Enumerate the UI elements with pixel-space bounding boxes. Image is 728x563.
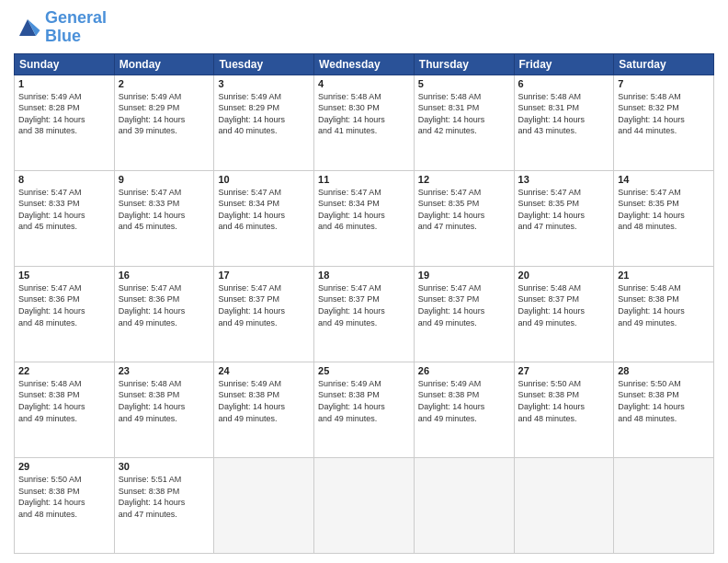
day-number: 14 [618,174,710,185]
day-info: Sunrise: 5:48 AM Sunset: 8:31 PM Dayligh… [418,91,510,137]
day-number: 15 [18,270,110,281]
day-info: Sunrise: 5:47 AM Sunset: 8:35 PM Dayligh… [618,187,710,233]
weekday-header: Tuesday [214,53,314,75]
calendar-cell: 9Sunrise: 5:47 AM Sunset: 8:33 PM Daylig… [114,170,214,266]
day-number: 5 [418,78,510,89]
day-number: 22 [18,365,110,376]
calendar-cell: 25Sunrise: 5:49 AM Sunset: 8:38 PM Dayli… [314,362,415,457]
day-info: Sunrise: 5:48 AM Sunset: 8:38 PM Dayligh… [119,378,210,424]
day-number: 1 [18,78,110,89]
calendar-cell: 19Sunrise: 5:47 AM Sunset: 8:37 PM Dayli… [414,266,514,362]
calendar-cell: 22Sunrise: 5:48 AM Sunset: 8:38 PM Dayli… [15,362,115,457]
calendar-table: SundayMondayTuesdayWednesdayThursdayFrid… [14,53,714,554]
day-number: 12 [418,174,510,185]
day-number: 11 [318,174,410,185]
day-number: 10 [218,174,310,185]
weekday-header: Wednesday [314,53,415,75]
day-number: 24 [218,365,310,376]
calendar-cell: 14Sunrise: 5:47 AM Sunset: 8:35 PM Dayli… [614,170,714,266]
weekday-header: Monday [114,53,214,75]
calendar-cell: 29Sunrise: 5:50 AM Sunset: 8:38 PM Dayli… [15,457,115,553]
calendar-cell [414,457,514,553]
weekday-header: Friday [514,53,614,75]
day-info: Sunrise: 5:48 AM Sunset: 8:38 PM Dayligh… [18,378,110,424]
calendar-cell: 10Sunrise: 5:47 AM Sunset: 8:34 PM Dayli… [214,170,314,266]
day-number: 8 [18,174,110,185]
day-number: 25 [318,365,410,376]
day-info: Sunrise: 5:50 AM Sunset: 8:38 PM Dayligh… [618,378,710,424]
day-info: Sunrise: 5:48 AM Sunset: 8:31 PM Dayligh… [518,91,610,137]
calendar-cell: 28Sunrise: 5:50 AM Sunset: 8:38 PM Dayli… [614,362,714,457]
day-info: Sunrise: 5:47 AM Sunset: 8:36 PM Dayligh… [119,282,210,328]
day-info: Sunrise: 5:50 AM Sunset: 8:38 PM Dayligh… [18,474,110,520]
day-info: Sunrise: 5:50 AM Sunset: 8:38 PM Dayligh… [518,378,610,424]
calendar-cell: 16Sunrise: 5:47 AM Sunset: 8:36 PM Dayli… [114,266,214,362]
calendar-cell: 12Sunrise: 5:47 AM Sunset: 8:35 PM Dayli… [414,170,514,266]
calendar-cell: 1Sunrise: 5:49 AM Sunset: 8:28 PM Daylig… [15,75,115,170]
day-number: 21 [618,270,710,281]
day-info: Sunrise: 5:48 AM Sunset: 8:38 PM Dayligh… [618,282,710,328]
day-info: Sunrise: 5:49 AM Sunset: 8:38 PM Dayligh… [418,378,510,424]
calendar-cell [614,457,714,553]
day-number: 23 [119,365,210,376]
calendar-cell: 18Sunrise: 5:47 AM Sunset: 8:37 PM Dayli… [314,266,415,362]
day-info: Sunrise: 5:48 AM Sunset: 8:32 PM Dayligh… [618,91,710,137]
logo-text: General Blue [45,9,107,46]
day-number: 16 [119,270,210,281]
calendar-cell: 20Sunrise: 5:48 AM Sunset: 8:37 PM Dayli… [514,266,614,362]
header: General Blue [14,9,714,46]
day-info: Sunrise: 5:48 AM Sunset: 8:37 PM Dayligh… [518,282,610,328]
day-info: Sunrise: 5:47 AM Sunset: 8:37 PM Dayligh… [218,282,310,328]
day-info: Sunrise: 5:47 AM Sunset: 8:36 PM Dayligh… [18,282,110,328]
day-number: 18 [318,270,410,281]
calendar-cell: 13Sunrise: 5:47 AM Sunset: 8:35 PM Dayli… [514,170,614,266]
day-number: 7 [618,78,710,89]
day-info: Sunrise: 5:47 AM Sunset: 8:35 PM Dayligh… [418,187,510,233]
calendar-cell [314,457,415,553]
day-info: Sunrise: 5:47 AM Sunset: 8:37 PM Dayligh… [418,282,510,328]
logo-icon [14,14,41,41]
calendar-cell [514,457,614,553]
day-number: 29 [18,461,110,472]
calendar-cell: 7Sunrise: 5:48 AM Sunset: 8:32 PM Daylig… [614,75,714,170]
day-number: 19 [418,270,510,281]
calendar-cell: 30Sunrise: 5:51 AM Sunset: 8:38 PM Dayli… [114,457,214,553]
calendar-cell: 15Sunrise: 5:47 AM Sunset: 8:36 PM Dayli… [15,266,115,362]
day-number: 9 [119,174,210,185]
calendar-cell: 27Sunrise: 5:50 AM Sunset: 8:38 PM Dayli… [514,362,614,457]
day-info: Sunrise: 5:49 AM Sunset: 8:29 PM Dayligh… [218,91,310,137]
day-info: Sunrise: 5:47 AM Sunset: 8:34 PM Dayligh… [218,187,310,233]
calendar-cell: 2Sunrise: 5:49 AM Sunset: 8:29 PM Daylig… [114,75,214,170]
day-info: Sunrise: 5:49 AM Sunset: 8:38 PM Dayligh… [318,378,410,424]
day-info: Sunrise: 5:49 AM Sunset: 8:29 PM Dayligh… [119,91,210,137]
calendar-cell: 4Sunrise: 5:48 AM Sunset: 8:30 PM Daylig… [314,75,415,170]
day-number: 30 [119,461,210,472]
calendar-cell: 24Sunrise: 5:49 AM Sunset: 8:38 PM Dayli… [214,362,314,457]
calendar-cell: 17Sunrise: 5:47 AM Sunset: 8:37 PM Dayli… [214,266,314,362]
day-number: 20 [518,270,610,281]
page: General Blue SundayMondayTuesdayWednesda… [0,0,728,563]
weekday-header: Sunday [15,53,115,75]
calendar-cell: 23Sunrise: 5:48 AM Sunset: 8:38 PM Dayli… [114,362,214,457]
day-info: Sunrise: 5:49 AM Sunset: 8:38 PM Dayligh… [218,378,310,424]
weekday-header: Saturday [614,53,714,75]
calendar-cell: 21Sunrise: 5:48 AM Sunset: 8:38 PM Dayli… [614,266,714,362]
day-number: 4 [318,78,410,89]
day-info: Sunrise: 5:47 AM Sunset: 8:35 PM Dayligh… [518,187,610,233]
day-info: Sunrise: 5:51 AM Sunset: 8:38 PM Dayligh… [119,474,210,520]
weekday-header: Thursday [414,53,514,75]
day-info: Sunrise: 5:47 AM Sunset: 8:37 PM Dayligh… [318,282,410,328]
day-number: 26 [418,365,510,376]
calendar-cell: 6Sunrise: 5:48 AM Sunset: 8:31 PM Daylig… [514,75,614,170]
day-number: 6 [518,78,610,89]
calendar-cell [214,457,314,553]
day-number: 27 [518,365,610,376]
day-info: Sunrise: 5:47 AM Sunset: 8:34 PM Dayligh… [318,187,410,233]
day-info: Sunrise: 5:48 AM Sunset: 8:30 PM Dayligh… [318,91,410,137]
day-number: 3 [218,78,310,89]
day-info: Sunrise: 5:47 AM Sunset: 8:33 PM Dayligh… [18,187,110,233]
day-number: 13 [518,174,610,185]
calendar-cell: 26Sunrise: 5:49 AM Sunset: 8:38 PM Dayli… [414,362,514,457]
day-info: Sunrise: 5:47 AM Sunset: 8:33 PM Dayligh… [119,187,210,233]
calendar-cell: 5Sunrise: 5:48 AM Sunset: 8:31 PM Daylig… [414,75,514,170]
